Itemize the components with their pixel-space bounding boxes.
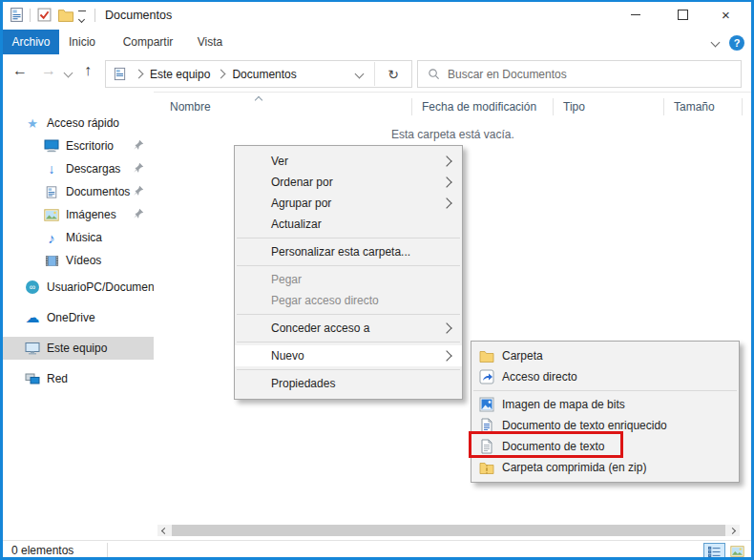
quick-access-star-icon: ★ — [24, 116, 41, 131]
qat-folder-icon[interactable] — [57, 9, 74, 22]
submenu-item-label: Carpeta — [502, 349, 543, 363]
menu-item-nuevo[interactable]: Nuevo — [235, 345, 462, 366]
qat-check-icon[interactable] — [37, 8, 52, 22]
menu-separator — [237, 238, 460, 239]
sidebar-item-label: Acceso rápido — [47, 116, 119, 130]
statusbar-divider — [107, 543, 108, 557]
submenu-arrow-icon — [441, 156, 451, 166]
column-header-nombre[interactable]: Nombre — [157, 95, 412, 118]
column-header-tipo[interactable]: Tipo — [554, 95, 664, 118]
sidebar-item-red[interactable]: Red — [3, 367, 154, 390]
menu-item-label: Nuevo — [271, 349, 304, 363]
app-document-icon — [9, 7, 25, 23]
menu-item-ordenar-por[interactable]: Ordenar por — [235, 172, 462, 193]
column-header-fecha[interactable]: Fecha de modificación — [412, 95, 554, 118]
search-box[interactable] — [417, 60, 742, 88]
submenu-arrow-icon — [441, 322, 451, 333]
sidebar-item-label: Red — [47, 372, 68, 385]
submenu-item-acceso-directo[interactable]: Acceso directo — [471, 366, 739, 387]
sidebar-item-acceso-rapido[interactable]: ★ Acceso rápido — [3, 112, 154, 135]
sidebar-item-label: Música — [66, 231, 102, 244]
menu-item-label: Pegar acceso directo — [271, 294, 379, 307]
pin-icon — [133, 185, 144, 197]
maximize-button[interactable] — [661, 2, 704, 28]
details-view-icon — [707, 546, 722, 558]
sidebar-item-descargas[interactable]: ↓ Descargas — [3, 157, 154, 180]
menu-item-personalizar[interactable]: Personalizar esta carpeta... — [235, 241, 462, 262]
sidebar-item-musica[interactable]: ♪ Música — [3, 226, 154, 249]
horizontal-scrollbar[interactable] — [157, 525, 740, 536]
menu-item-label: Ordenar por — [271, 176, 333, 189]
tab-archivo-label: Archivo — [11, 35, 50, 49]
context-menu: Ver Ordenar por Agrupar por Actualizar P… — [234, 145, 463, 400]
this-pc-icon — [24, 342, 41, 355]
menu-item-agrupar-por[interactable]: Agrupar por — [235, 193, 462, 214]
menu-item-label: Agrupar por — [271, 197, 331, 210]
search-input[interactable] — [448, 68, 741, 81]
column-divider[interactable] — [553, 98, 554, 115]
qat-dropdown-icon[interactable] — [78, 10, 86, 25]
breadcrumb-este-equipo[interactable]: Este equipo — [150, 68, 210, 81]
sidebar-item-label: Imágenes — [66, 208, 116, 221]
sidebar-item-documentos[interactable]: Documentos — [3, 180, 154, 203]
music-icon: ♪ — [43, 230, 60, 246]
sidebar-item-videos[interactable]: Vídeos — [3, 249, 154, 272]
submenu-item-label: Acceso directo — [502, 370, 577, 384]
status-bar — [0, 540, 754, 560]
column-divider[interactable] — [742, 98, 743, 115]
location-document-icon — [113, 67, 127, 81]
menu-separator — [237, 342, 460, 342]
submenu-item-imagen-mapa-bits[interactable]: Imagen de mapa de bits — [471, 394, 739, 415]
address-dropdown-icon[interactable] — [355, 70, 365, 79]
submenu-item-carpeta[interactable]: Carpeta — [471, 345, 739, 366]
sidebar-item-label: Descargas — [66, 162, 120, 176]
scroll-right-icon[interactable] — [725, 525, 740, 536]
titlebar-divider — [30, 9, 31, 22]
submenu-item-carpeta-comprimida[interactable]: Carpeta comprimida (en zip) — [471, 457, 739, 478]
items-count: 0 elementos — [11, 544, 73, 557]
menu-item-conceder-acceso[interactable]: Conceder acceso a — [235, 318, 462, 339]
tab-compartir[interactable]: Compartir — [113, 30, 183, 54]
sidebar-item-este-equipo[interactable]: Este equipo — [3, 337, 154, 360]
videos-icon — [43, 255, 60, 267]
refresh-button[interactable]: ↻ — [375, 67, 411, 82]
help-button[interactable]: ? — [729, 35, 744, 51]
details-view-button[interactable] — [703, 543, 725, 560]
sidebar-item-escritorio[interactable]: Escritorio — [3, 135, 154, 157]
column-header-tamano[interactable]: Tamaño — [664, 95, 743, 118]
empty-folder-message: Esta carpeta está vacía. — [391, 128, 514, 141]
menu-item-propiedades[interactable]: Propiedades — [235, 373, 462, 394]
back-button[interactable]: ← — [12, 63, 28, 78]
downloads-icon: ↓ — [43, 161, 60, 176]
submenu-arrow-icon — [441, 176, 451, 187]
sidebar-item-label: Escritorio — [66, 139, 114, 153]
tab-vista[interactable]: Vista — [187, 30, 233, 54]
scroll-left-icon[interactable] — [157, 525, 172, 536]
close-button[interactable]: × — [704, 2, 747, 28]
new-submenu: Carpeta Acceso directo Imagen de mapa de… — [471, 341, 740, 483]
svg-text:∞: ∞ — [30, 282, 35, 292]
navigation-pane: ★ Acceso rápido Escritorio ↓ Descargas D… — [3, 92, 154, 540]
menu-separator — [237, 369, 460, 370]
sidebar-item-label: OneDrive — [47, 311, 95, 324]
menu-item-ver[interactable]: Ver — [235, 151, 462, 172]
address-bar[interactable]: Este equipo Documentos ↻ — [105, 60, 412, 88]
tab-inicio[interactable]: Inicio — [59, 30, 105, 54]
breadcrumb-documentos[interactable]: Documentos — [232, 68, 296, 81]
column-divider[interactable] — [663, 98, 664, 115]
thumbnails-view-button[interactable] — [726, 543, 748, 560]
sidebar-item-label: UsuarioPC/Documen — [47, 280, 154, 294]
sidebar-item-onedrive[interactable]: ☁ OneDrive — [3, 306, 154, 329]
menu-item-actualizar[interactable]: Actualizar — [235, 214, 462, 235]
column-divider[interactable] — [411, 98, 412, 115]
sidebar-item-usuariopc[interactable]: ∞ UsuarioPC/Documen — [3, 276, 154, 299]
breadcrumb-separator-icon — [135, 70, 144, 79]
forward-button[interactable]: → — [41, 63, 56, 78]
shortcut-icon — [479, 369, 494, 384]
sidebar-item-imagenes[interactable]: Imágenes — [3, 203, 154, 226]
up-button[interactable]: ↑ — [84, 63, 92, 78]
minimize-button[interactable] — [614, 2, 657, 28]
tab-archivo[interactable]: Archivo — [3, 30, 59, 54]
scrollbar-thumb[interactable] — [172, 525, 725, 536]
pin-icon — [133, 139, 144, 151]
